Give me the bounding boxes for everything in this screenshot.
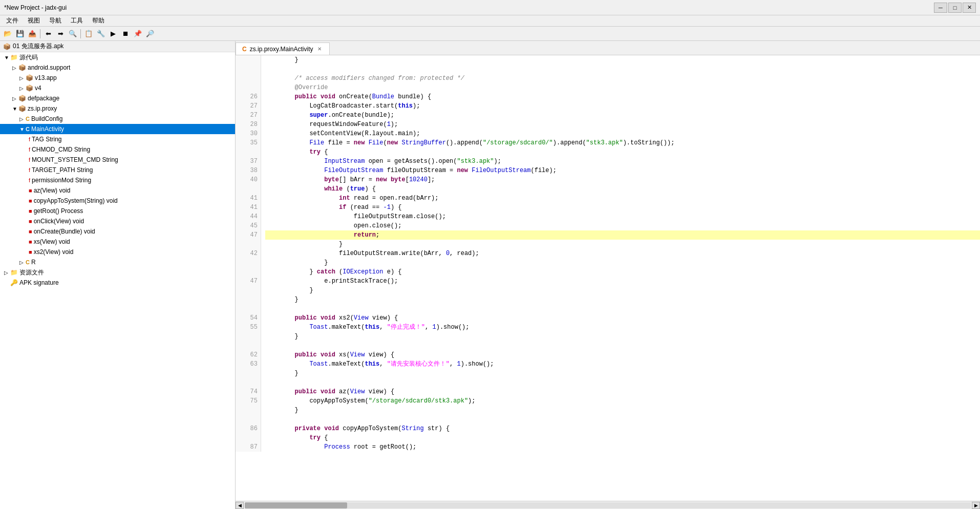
ln-closebrace3 [236,286,261,295]
toolbar-forward[interactable]: ➡ [55,28,66,39]
toolbar-save[interactable]: 💾 [14,28,26,39]
toolbar-stop[interactable]: ⏹ [120,28,131,39]
tree-item-onclick[interactable]: ■ onClick(View) void [0,216,235,226]
code-line-75: copyAppToSystem("/storage/sdcard0/stk3.a… [265,396,980,406]
minimize-button[interactable]: ─ [934,3,947,13]
tree-item-targetpath[interactable]: f TARGET_PATH String [0,165,235,175]
field-icon-permissionmod: f [29,177,30,183]
tree-item-getroot[interactable]: ■ getRoot() Process [0,206,235,216]
code-lines: } /* access modifiers changed from: prot… [261,55,980,452]
tree-item-sourcecode[interactable]: ▼ 📁 源代码 [0,52,235,62]
tree-item-oncreate[interactable]: ■ onCreate(Bundle) void [0,226,235,237]
tree-item-tag[interactable]: f TAG String [0,134,235,144]
ln-3 [236,74,261,83]
tree-item-v13[interactable]: ▷ 📦 v13.app [0,73,235,83]
tab-close-button[interactable]: ✕ [316,46,323,53]
ln-63: 63 [236,359,261,369]
tree-item-mountcmd[interactable]: f MOUNT_SYSTEM_CMD String [0,155,235,165]
tree-label-xs: xs(View) void [34,238,70,245]
tree-item-xs2[interactable]: ■ xs2(View) void [0,247,235,257]
code-line-27a: LogCatBroadcaster.start(this); [265,101,980,111]
expand-icon-v4: ▷ [19,86,25,91]
ln-55: 55 [236,323,261,332]
code-line-87: Process root = getRoot(); [265,442,980,452]
pkg-icon-v13: 📦 [26,74,33,81]
toolbar-sep1 [40,29,40,38]
ln-26: 26 [236,92,261,101]
ln-37: 37 [236,157,261,166]
menu-tools[interactable]: 工具 [67,15,87,26]
expand-icon-mainactivity: ▼ [19,126,25,132]
horizontal-scrollbar[interactable] [245,502,971,508]
pkg-icon-v4: 📦 [26,84,33,92]
tree-label-az: az(View) void [34,187,71,194]
pkg-icon-zsiproxy: 📦 [18,105,26,112]
ln-try1 [236,147,261,157]
field-icon-targetpath: f [29,167,30,173]
maximize-button[interactable]: □ [948,3,962,13]
code-line-closebrace5: } [265,332,980,341]
code-content: 26 27 27 28 30 35 37 38 40 41 41 44 45 4… [236,55,980,452]
tab-bar: C zs.ip.proxy.MainActivity ✕ [236,41,980,55]
toolbar-run[interactable]: ▶ [108,28,119,39]
toolbar-back[interactable]: ⬅ [42,28,54,39]
code-editor[interactable]: 26 27 27 28 30 35 37 38 40 41 41 44 45 4… [236,55,980,501]
tree-item-v4[interactable]: ▷ 📦 v4 [0,83,235,93]
ln-empty2 [236,341,261,350]
tree-item-defpackage[interactable]: ▷ 📦 defpackage [0,93,235,103]
tree-label-copyapp: copyAppToSystem(String) void [34,197,118,204]
code-line-47a: return; [265,230,980,240]
tree-label-v4: v4 [35,84,41,92]
toolbar-zoom[interactable]: 🔎 [144,28,156,39]
code-line-41b: if (read == -1) { [265,203,980,212]
toolbar-sep2 [80,29,81,38]
method-icon-onclick: ■ [29,218,32,224]
ln-4 [236,83,261,92]
editor-area: C zs.ip.proxy.MainActivity ✕ 26 27 27 28 [236,41,980,509]
bottom-bar: ◀ ▶ [236,501,980,509]
ln-closebrace6 [236,369,261,378]
code-line-35: File file = new File(new StringBuffer().… [265,138,980,147]
ln-1 [236,55,261,65]
tree-item-buildconfig[interactable]: ▷ C BuildConfig [0,114,235,124]
toolbar-settings[interactable]: 🔧 [95,28,106,39]
tree-item-chmodcmd[interactable]: f CHMOD_CMD String [0,144,235,155]
code-line-closebrace6: } [265,369,980,378]
tree-label-permissionmod: permissionMod String [32,177,91,184]
tree-item-xs[interactable]: ■ xs(View) void [0,237,235,247]
folder-icon-sourcecode: 📁 [10,54,18,61]
expand-icon-v13: ▷ [19,75,25,81]
tree-item-apksig[interactable]: 🔑 APK signature [0,278,235,288]
tree-item-zsiproxy[interactable]: ▼ 📦 zs.ip.proxy [0,103,235,114]
menu-help[interactable]: 帮助 [88,15,109,26]
tree-item-permissionmod[interactable]: f permissionMod String [0,175,235,185]
editor-tab[interactable]: C zs.ip.proxy.MainActivity ✕ [236,43,330,55]
method-icon-xs2: ■ [29,249,32,255]
tree-item-androidsupport[interactable]: ▷ 📦 android.support [0,62,235,73]
tree-item-mainactivity[interactable]: ▼ C MainActivity [0,124,235,134]
code-line-annotation: @Override [265,83,980,92]
toolbar-pin[interactable]: 📌 [132,28,143,39]
tree-container: ▼ 📁 源代码 ▷ 📦 android.support ▷ 📦 v13.app [0,52,235,288]
close-button[interactable]: ✕ [963,3,976,13]
menu-view[interactable]: 视图 [24,15,44,26]
toolbar-open[interactable]: 📂 [2,28,13,39]
toolbar-copy[interactable]: 📋 [83,28,94,39]
code-line-47b: e.printStackTrace(); [265,277,980,286]
tree-item-resources[interactable]: ▷ 📁 资源文件 [0,267,235,278]
code-line-27b: super.onCreate(bundle); [265,111,980,120]
scroll-right-button[interactable]: ▶ [972,502,980,509]
scroll-thumb[interactable] [245,502,347,508]
menu-file[interactable]: 文件 [2,15,23,26]
tab-label: zs.ip.proxy.MainActivity [250,46,313,53]
tree-item-r[interactable]: ▷ C R [0,257,235,267]
menu-navigate[interactable]: 导航 [45,15,66,26]
toolbar-export[interactable]: 📤 [27,28,38,39]
apk-header[interactable]: 📦 01 免流服务器.apk [0,41,235,52]
ln-catch [236,267,261,277]
code-line-1: } [265,55,980,65]
toolbar-search[interactable]: 🔍 [67,28,78,39]
tree-item-copyapp[interactable]: ■ copyAppToSystem(String) void [0,196,235,206]
tree-item-az[interactable]: ■ az(View) void [0,185,235,196]
scroll-left-button[interactable]: ◀ [236,502,244,509]
